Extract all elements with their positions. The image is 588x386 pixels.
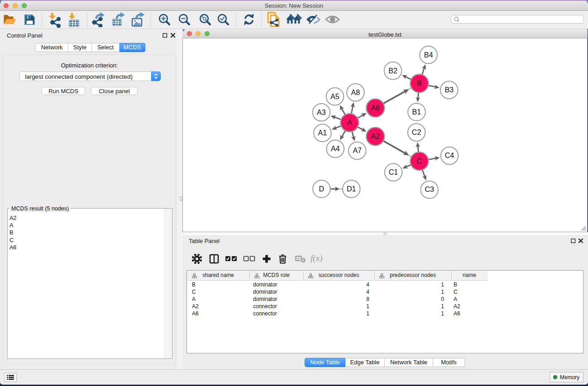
svg-text:C2: C2 bbox=[412, 128, 421, 136]
svg-text:A4: A4 bbox=[331, 145, 340, 152]
svg-text:D: D bbox=[319, 185, 325, 192]
svg-text:D1: D1 bbox=[347, 185, 356, 192]
svg-text:B3: B3 bbox=[445, 86, 454, 94]
svg-text:C1: C1 bbox=[389, 168, 398, 176]
svg-text:B: B bbox=[417, 79, 422, 87]
svg-text:B1: B1 bbox=[412, 108, 421, 115]
svg-text:A1: A1 bbox=[318, 129, 327, 137]
svg-text:B4: B4 bbox=[424, 51, 433, 58]
svg-text:A: A bbox=[347, 119, 352, 126]
svg-text:A3: A3 bbox=[317, 108, 326, 116]
svg-text:A2: A2 bbox=[371, 132, 380, 140]
svg-text:A5: A5 bbox=[330, 92, 339, 100]
svg-text:A8: A8 bbox=[351, 88, 360, 96]
svg-text:B2: B2 bbox=[388, 67, 397, 74]
svg-text:A7: A7 bbox=[353, 147, 362, 154]
svg-text:C3: C3 bbox=[425, 186, 434, 193]
svg-text:C: C bbox=[417, 157, 422, 165]
svg-text:C4: C4 bbox=[445, 152, 454, 159]
svg-text:A6: A6 bbox=[371, 104, 380, 111]
